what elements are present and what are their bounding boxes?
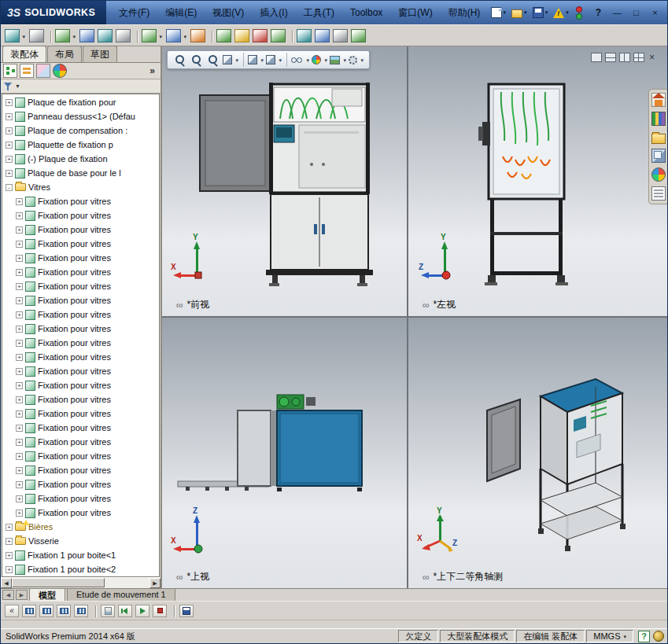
expander-icon[interactable] — [16, 510, 23, 517]
minimize-button[interactable]: — — [610, 6, 625, 19]
tree-item[interactable]: Fixation pour vitres — [2, 251, 159, 265]
menu-item[interactable]: 窗口(W) — [390, 1, 440, 24]
units-dropdown[interactable]: MMGS ▾ — [586, 630, 633, 642]
tree-item[interactable]: Visserie — [2, 534, 159, 548]
tab-scroll-right-button[interactable]: ▶ — [16, 590, 28, 600]
expander-icon[interactable] — [16, 297, 23, 304]
tree-item[interactable]: Fixation pour vitres — [2, 194, 159, 208]
expander-icon[interactable] — [16, 255, 23, 262]
instant3d-icon[interactable] — [297, 29, 312, 42]
featuremanager-tab-icon[interactable] — [3, 64, 17, 78]
new-motion-study-icon[interactable] — [190, 29, 205, 42]
display-style-icon[interactable] — [266, 53, 282, 67]
viewport-isometric[interactable]: Y X Z ∞ *上下二等角轴测 — [408, 318, 667, 588]
expander-icon[interactable] — [16, 283, 23, 290]
zoom-to-fit-icon[interactable] — [173, 53, 187, 67]
tree-item[interactable]: Fixation pour vitres — [2, 435, 159, 449]
menu-item[interactable]: 帮助(H) — [441, 1, 489, 24]
hide-show-items-icon[interactable] — [286, 53, 309, 67]
propertymanager-tab-icon[interactable] — [20, 64, 34, 78]
expander-icon[interactable] — [16, 311, 23, 318]
viewport-left[interactable]: Y Z ∞ *左视 — [408, 46, 667, 316]
tree-item[interactable]: Fixation pour vitres — [2, 336, 159, 350]
expander-icon[interactable] — [16, 382, 23, 389]
tree-item[interactable]: Fixation pour vitres — [2, 491, 159, 506]
expander-icon[interactable] — [16, 269, 23, 276]
menu-item[interactable]: 视图(V) — [205, 1, 252, 24]
play-from-start-icon[interactable] — [118, 605, 132, 617]
scrollbar-track[interactable] — [12, 578, 149, 588]
smart-fasteners-icon[interactable] — [79, 29, 94, 42]
menu-item[interactable]: 编辑(E) — [157, 1, 205, 24]
panel-tab[interactable]: 装配体 — [2, 46, 46, 62]
tree-item[interactable]: Plaque de fixation pour — [2, 95, 159, 109]
play-icon[interactable] — [135, 605, 149, 617]
new-document-icon[interactable] — [491, 7, 507, 18]
tree-item[interactable]: Fixation 1 pour boite<1 — [2, 548, 159, 562]
viewport-top[interactable]: Z X ∞ *上视 — [162, 318, 407, 588]
view-settings-icon[interactable] — [349, 53, 364, 67]
close-viewport-icon[interactable]: × — [648, 53, 655, 62]
design-library-icon[interactable] — [651, 112, 666, 126]
tree-item[interactable]: Fixation pour vitres — [2, 449, 159, 463]
tree-item[interactable]: Fixation pour vitres — [2, 421, 159, 435]
linear-component-pattern-icon[interactable] — [55, 29, 70, 42]
previous-view-icon[interactable] — [206, 53, 220, 67]
expander-icon[interactable] — [16, 354, 23, 361]
panel-tab[interactable]: 布局 — [47, 46, 82, 62]
filter-animation-icon[interactable] — [22, 605, 36, 617]
viewport-four-icon[interactable] — [633, 53, 644, 62]
filter-selected-icon[interactable] — [57, 605, 71, 617]
tab-scroll-left-button[interactable]: ◀ — [2, 590, 14, 600]
tree-item[interactable]: Fixation pour vitres — [2, 307, 159, 322]
tree-item[interactable]: Fixation pour vitres — [2, 223, 159, 237]
tree-item[interactable]: Fixation pour vitres — [2, 279, 159, 293]
filter-driving-icon[interactable] — [39, 605, 54, 617]
zoom-to-area-icon[interactable] — [190, 53, 204, 67]
expander-icon[interactable] — [16, 467, 23, 474]
scroll-left-button[interactable]: ◀ — [1, 578, 12, 588]
tree-item[interactable]: Fixation pour vitres — [2, 506, 159, 520]
tree-item[interactable]: Fixation pour vitres — [2, 293, 159, 307]
report-alert-icon[interactable] — [553, 8, 569, 18]
solidworks-resources-icon[interactable] — [651, 93, 666, 107]
tree-item[interactable]: Fixation pour vitres — [2, 378, 159, 392]
tree-item[interactable]: Fixation 1 pour boite<2 — [2, 562, 159, 576]
expander-icon[interactable] — [16, 198, 23, 205]
tree-item[interactable]: Plaque de compensation : — [2, 123, 159, 138]
move-component-icon[interactable] — [98, 29, 113, 42]
tree-item[interactable]: Vitres — [2, 180, 159, 194]
edit-appearance-icon[interactable] — [312, 53, 327, 67]
expander-icon[interactable] — [6, 184, 13, 191]
tree-item[interactable]: Fixation pour vitres — [2, 364, 159, 378]
mass-properties-icon[interactable] — [351, 29, 366, 42]
viewport-two-vertical-icon[interactable] — [619, 53, 630, 62]
mate-icon[interactable] — [29, 29, 44, 42]
section-view-icon[interactable] — [223, 53, 238, 67]
tree-item[interactable]: Fixation pour vitres — [2, 265, 159, 279]
assembly-visualization-icon[interactable] — [271, 29, 286, 42]
save-icon[interactable] — [533, 7, 548, 18]
file-explorer-icon[interactable] — [651, 134, 666, 144]
open-document-icon[interactable] — [511, 7, 527, 18]
expander-icon[interactable] — [16, 368, 23, 375]
expander-icon[interactable] — [6, 552, 13, 559]
expander-icon[interactable] — [6, 566, 13, 573]
viewport-two-horizontal-icon[interactable] — [605, 53, 616, 62]
expander-icon[interactable] — [16, 481, 23, 488]
menu-item[interactable]: Toolbox — [342, 1, 390, 24]
expander-icon[interactable] — [16, 396, 23, 403]
tree-horizontal-scrollbar[interactable]: ◀ ▶ — [1, 577, 161, 588]
menu-item[interactable]: 文件(F) — [111, 1, 157, 24]
filter-results-icon[interactable] — [74, 605, 88, 617]
custom-properties-icon[interactable] — [651, 186, 666, 201]
graphics-area[interactable]: × — [162, 46, 667, 588]
reference-geometry-icon[interactable] — [166, 29, 181, 42]
save-animation-icon[interactable] — [179, 605, 194, 617]
displaymanager-tab-icon[interactable] — [53, 64, 67, 78]
apply-scene-icon[interactable] — [330, 53, 346, 67]
expander-icon[interactable] — [6, 524, 13, 531]
view-orientation-icon[interactable] — [243, 53, 264, 67]
bill-of-materials-icon[interactable] — [216, 29, 231, 42]
tree-item[interactable]: Panneau dessus<1> (Défau — [2, 109, 159, 123]
